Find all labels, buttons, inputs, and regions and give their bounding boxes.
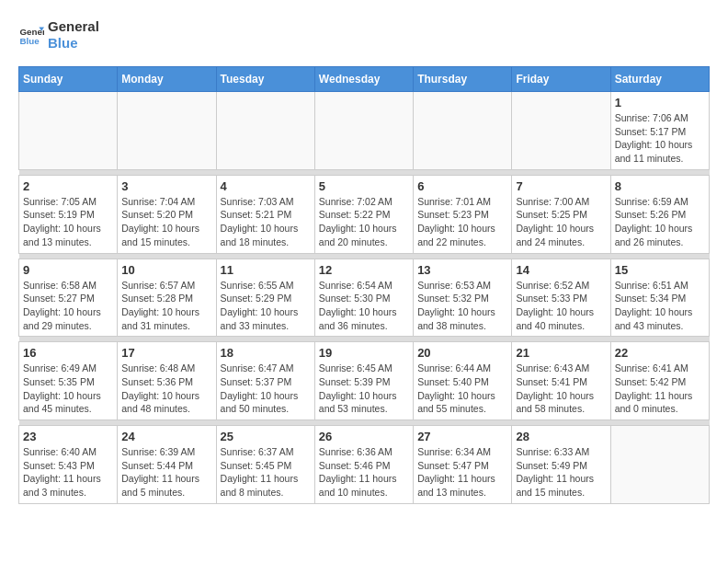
weekday-header-wednesday: Wednesday <box>314 67 413 92</box>
day-info: Sunrise: 6:44 AM Sunset: 5:40 PM Dayligh… <box>417 362 507 416</box>
calendar-cell: 8Sunrise: 6:59 AM Sunset: 5:26 PM Daylig… <box>610 175 709 253</box>
calendar-cell <box>216 92 314 170</box>
calendar: SundayMondayTuesdayWednesdayThursdayFrid… <box>18 66 710 504</box>
calendar-cell: 23Sunrise: 6:40 AM Sunset: 5:43 PM Dayli… <box>19 426 118 504</box>
calendar-cell: 16Sunrise: 6:49 AM Sunset: 5:35 PM Dayli… <box>19 342 118 420</box>
day-info: Sunrise: 6:58 AM Sunset: 5:27 PM Dayligh… <box>23 279 113 333</box>
calendar-cell: 15Sunrise: 6:51 AM Sunset: 5:34 PM Dayli… <box>610 259 709 337</box>
calendar-cell: 1Sunrise: 7:06 AM Sunset: 5:17 PM Daylig… <box>610 92 709 170</box>
calendar-cell: 27Sunrise: 6:34 AM Sunset: 5:47 PM Dayli… <box>414 426 512 504</box>
svg-text:Blue: Blue <box>19 36 40 46</box>
day-number: 21 <box>516 346 606 360</box>
day-number: 13 <box>417 263 507 277</box>
calendar-cell <box>314 92 413 170</box>
day-number: 10 <box>121 263 211 277</box>
week-row-4: 23Sunrise: 6:40 AM Sunset: 5:43 PM Dayli… <box>19 426 710 504</box>
calendar-cell: 10Sunrise: 6:57 AM Sunset: 5:28 PM Dayli… <box>118 259 216 337</box>
day-number: 19 <box>319 346 409 360</box>
day-info: Sunrise: 6:49 AM Sunset: 5:35 PM Dayligh… <box>23 362 113 416</box>
day-number: 14 <box>516 263 606 277</box>
day-info: Sunrise: 6:51 AM Sunset: 5:34 PM Dayligh… <box>615 279 705 333</box>
day-info: Sunrise: 6:48 AM Sunset: 5:36 PM Dayligh… <box>121 362 211 416</box>
calendar-cell: 18Sunrise: 6:47 AM Sunset: 5:37 PM Dayli… <box>216 342 314 420</box>
calendar-cell: 14Sunrise: 6:52 AM Sunset: 5:33 PM Dayli… <box>512 259 610 337</box>
header: General Blue General Blue <box>18 18 710 52</box>
day-info: Sunrise: 6:34 AM Sunset: 5:47 PM Dayligh… <box>417 445 507 500</box>
calendar-cell <box>610 426 709 504</box>
day-number: 2 <box>23 179 113 193</box>
day-info: Sunrise: 7:04 AM Sunset: 5:20 PM Dayligh… <box>121 195 211 249</box>
logo: General Blue General Blue <box>18 18 99 52</box>
day-info: Sunrise: 6:55 AM Sunset: 5:29 PM Dayligh… <box>221 279 311 333</box>
calendar-cell: 19Sunrise: 6:45 AM Sunset: 5:39 PM Dayli… <box>314 342 413 420</box>
calendar-cell: 4Sunrise: 7:03 AM Sunset: 5:21 PM Daylig… <box>216 175 314 253</box>
day-info: Sunrise: 6:39 AM Sunset: 5:44 PM Dayligh… <box>121 445 211 500</box>
day-number: 4 <box>221 179 311 193</box>
weekday-header-friday: Friday <box>512 67 610 92</box>
calendar-cell: 9Sunrise: 6:58 AM Sunset: 5:27 PM Daylig… <box>19 259 118 337</box>
calendar-cell: 21Sunrise: 6:43 AM Sunset: 5:41 PM Dayli… <box>512 342 610 420</box>
day-info: Sunrise: 6:36 AM Sunset: 5:46 PM Dayligh… <box>319 445 409 500</box>
calendar-cell <box>512 92 610 170</box>
week-row-2: 9Sunrise: 6:58 AM Sunset: 5:27 PM Daylig… <box>19 259 710 337</box>
weekday-header-tuesday: Tuesday <box>216 67 314 92</box>
day-info: Sunrise: 7:03 AM Sunset: 5:21 PM Dayligh… <box>221 195 311 249</box>
day-info: Sunrise: 6:47 AM Sunset: 5:37 PM Dayligh… <box>221 362 311 416</box>
day-number: 27 <box>417 430 507 443</box>
day-number: 23 <box>23 430 113 443</box>
calendar-cell: 20Sunrise: 6:44 AM Sunset: 5:40 PM Dayli… <box>414 342 512 420</box>
day-info: Sunrise: 7:06 AM Sunset: 5:17 PM Dayligh… <box>615 111 705 166</box>
day-info: Sunrise: 6:52 AM Sunset: 5:33 PM Dayligh… <box>516 279 606 333</box>
day-info: Sunrise: 7:01 AM Sunset: 5:23 PM Dayligh… <box>417 195 507 249</box>
day-info: Sunrise: 6:37 AM Sunset: 5:45 PM Dayligh… <box>221 445 311 500</box>
day-number: 24 <box>121 430 211 443</box>
day-number: 17 <box>121 346 211 360</box>
calendar-cell: 3Sunrise: 7:04 AM Sunset: 5:20 PM Daylig… <box>118 175 216 253</box>
day-number: 22 <box>615 346 705 360</box>
calendar-cell: 28Sunrise: 6:33 AM Sunset: 5:49 PM Dayli… <box>512 426 610 504</box>
day-number: 5 <box>319 179 409 193</box>
calendar-cell: 22Sunrise: 6:41 AM Sunset: 5:42 PM Dayli… <box>610 342 709 420</box>
calendar-cell: 17Sunrise: 6:48 AM Sunset: 5:36 PM Dayli… <box>118 342 216 420</box>
weekday-header-thursday: Thursday <box>414 67 512 92</box>
calendar-cell: 7Sunrise: 7:00 AM Sunset: 5:25 PM Daylig… <box>512 175 610 253</box>
calendar-cell <box>414 92 512 170</box>
day-number: 6 <box>417 179 507 193</box>
weekday-header-saturday: Saturday <box>610 67 709 92</box>
logo-blue: Blue <box>48 35 99 52</box>
day-number: 15 <box>615 263 705 277</box>
week-row-1: 2Sunrise: 7:05 AM Sunset: 5:19 PM Daylig… <box>19 175 710 253</box>
day-number: 16 <box>23 346 113 360</box>
day-info: Sunrise: 6:41 AM Sunset: 5:42 PM Dayligh… <box>615 362 705 416</box>
day-number: 9 <box>23 263 113 277</box>
week-row-0: 1Sunrise: 7:06 AM Sunset: 5:17 PM Daylig… <box>19 92 710 170</box>
day-info: Sunrise: 6:54 AM Sunset: 5:30 PM Dayligh… <box>319 279 409 333</box>
day-number: 20 <box>417 346 507 360</box>
day-number: 1 <box>615 96 705 109</box>
day-info: Sunrise: 6:40 AM Sunset: 5:43 PM Dayligh… <box>23 445 113 500</box>
day-info: Sunrise: 6:59 AM Sunset: 5:26 PM Dayligh… <box>615 195 705 249</box>
day-info: Sunrise: 6:53 AM Sunset: 5:32 PM Dayligh… <box>417 279 507 333</box>
calendar-cell <box>19 92 118 170</box>
calendar-cell: 5Sunrise: 7:02 AM Sunset: 5:22 PM Daylig… <box>314 175 413 253</box>
logo-general: General <box>48 18 99 35</box>
calendar-cell: 2Sunrise: 7:05 AM Sunset: 5:19 PM Daylig… <box>19 175 118 253</box>
day-info: Sunrise: 6:33 AM Sunset: 5:49 PM Dayligh… <box>516 445 606 500</box>
day-info: Sunrise: 7:05 AM Sunset: 5:19 PM Dayligh… <box>23 195 113 249</box>
day-number: 8 <box>615 179 705 193</box>
day-number: 11 <box>221 263 311 277</box>
weekday-header-monday: Monday <box>118 67 216 92</box>
calendar-cell: 13Sunrise: 6:53 AM Sunset: 5:32 PM Dayli… <box>414 259 512 337</box>
calendar-cell: 6Sunrise: 7:01 AM Sunset: 5:23 PM Daylig… <box>414 175 512 253</box>
day-info: Sunrise: 6:43 AM Sunset: 5:41 PM Dayligh… <box>516 362 606 416</box>
day-number: 18 <box>221 346 311 360</box>
day-number: 26 <box>319 430 409 443</box>
day-number: 12 <box>319 263 409 277</box>
calendar-cell: 24Sunrise: 6:39 AM Sunset: 5:44 PM Dayli… <box>118 426 216 504</box>
day-number: 3 <box>121 179 211 193</box>
calendar-cell: 26Sunrise: 6:36 AM Sunset: 5:46 PM Dayli… <box>314 426 413 504</box>
week-row-3: 16Sunrise: 6:49 AM Sunset: 5:35 PM Dayli… <box>19 342 710 420</box>
day-info: Sunrise: 7:00 AM Sunset: 5:25 PM Dayligh… <box>516 195 606 249</box>
calendar-cell: 25Sunrise: 6:37 AM Sunset: 5:45 PM Dayli… <box>216 426 314 504</box>
day-number: 7 <box>516 179 606 193</box>
